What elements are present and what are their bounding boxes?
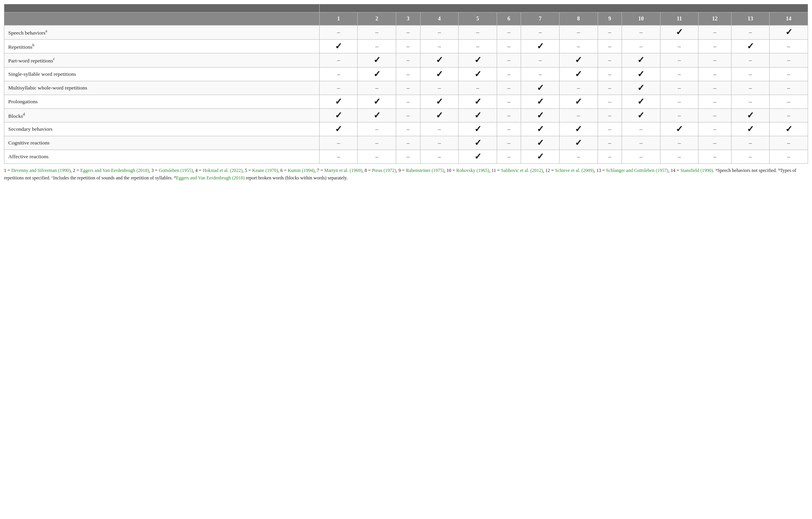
value-cell: – [358, 150, 396, 164]
value-cell: – [699, 39, 731, 53]
dash-mark: – [749, 153, 752, 160]
value-cell: ✓ [660, 122, 699, 136]
value-cell: – [521, 53, 560, 68]
dash-mark: – [713, 57, 716, 63]
dash-mark: – [787, 98, 790, 105]
dash-mark: – [375, 43, 379, 49]
dash-mark: – [608, 98, 611, 105]
dash-mark: – [476, 84, 479, 91]
dash-mark: – [713, 139, 716, 146]
dash-mark: – [539, 57, 542, 63]
value-cell: ✓ [459, 136, 497, 150]
dash-mark: – [678, 139, 681, 146]
dash-mark: – [337, 139, 340, 146]
value-cell: – [319, 53, 358, 68]
check-mark: ✓ [436, 97, 443, 106]
check-mark: ✓ [575, 97, 582, 106]
value-cell: – [770, 67, 808, 81]
dash-mark: – [608, 153, 611, 160]
dash-mark: – [678, 84, 681, 91]
dash-mark: – [608, 71, 611, 77]
value-cell: – [319, 136, 358, 150]
table-row: Part-word repetitionsc–✓–✓✓––✓–✓–––– [4, 53, 808, 68]
dash-mark: – [375, 29, 379, 35]
dash-mark: – [639, 139, 642, 146]
value-cell: ✓ [319, 108, 358, 122]
header-row-2: 1 2 3 4 5 6 7 8 9 10 11 12 13 14 [4, 13, 808, 26]
value-cell: – [358, 122, 396, 136]
green-reference: Devenny and Silverman (1990) [11, 168, 71, 173]
value-cell: – [598, 150, 622, 164]
dash-mark: – [438, 29, 441, 35]
dash-mark: – [749, 71, 752, 77]
dash-mark: – [678, 43, 681, 49]
indicator-cell: Multisyllabic whole-word repetitions [4, 81, 320, 95]
value-cell: – [598, 26, 622, 40]
check-mark: ✓ [474, 138, 481, 148]
check-mark: ✓ [335, 41, 342, 51]
indicator-cell: Repetitionsb [4, 39, 320, 53]
table-row: Blocksd✓✓–✓✓–✓––✓––✓– [4, 108, 808, 122]
green-reference: Schlanger and Gottsleben (1957) [606, 168, 668, 173]
dash-mark: – [337, 57, 340, 63]
value-cell: ✓ [521, 136, 560, 150]
dash-mark: – [507, 153, 510, 160]
value-cell: ✓ [660, 26, 699, 40]
check-mark: ✓ [335, 110, 342, 120]
green-reference: Eggers and Van Eerdenbrugh (2018) [176, 175, 245, 181]
dash-mark: – [678, 57, 681, 63]
indicator-cell: Blocksd [4, 108, 320, 122]
value-cell: – [699, 53, 731, 68]
col-header-3: 3 [396, 13, 420, 26]
dash-mark: – [577, 84, 580, 91]
check-mark: ✓ [637, 55, 644, 65]
value-cell: ✓ [770, 122, 808, 136]
col-header-5: 5 [459, 13, 497, 26]
table-row: Multisyllabic whole-word repetitions––––… [4, 81, 808, 95]
value-cell: – [420, 39, 459, 53]
dash-mark: – [608, 112, 611, 119]
check-mark: ✓ [575, 138, 582, 148]
dash-mark: – [713, 98, 716, 105]
value-cell: – [598, 122, 622, 136]
value-cell: ✓ [559, 122, 598, 136]
table-row: Repetitionsb✓–––––✓–––––✓– [4, 39, 808, 53]
value-cell: ✓ [459, 53, 497, 68]
check-mark: ✓ [537, 41, 544, 51]
col-header-13: 13 [731, 13, 770, 26]
value-cell: – [319, 81, 358, 95]
value-cell: – [358, 136, 396, 150]
value-cell: ✓ [559, 67, 598, 81]
check-mark: ✓ [537, 124, 544, 134]
value-cell: – [396, 26, 420, 40]
value-cell: – [660, 39, 699, 53]
dash-mark: – [406, 29, 410, 35]
col-header-1: 1 [319, 13, 358, 26]
green-reference: Eggers and Van Eerdenbrugh (2018) [176, 175, 245, 181]
dash-mark: – [713, 43, 716, 49]
dash-mark: – [438, 43, 441, 49]
value-cell: ✓ [420, 67, 459, 81]
value-cell: ✓ [459, 108, 497, 122]
value-cell: – [770, 108, 808, 122]
value-cell: – [497, 122, 521, 136]
dash-mark: – [639, 43, 642, 49]
value-cell: ✓ [319, 95, 358, 108]
dash-mark: – [713, 29, 716, 35]
value-cell: ✓ [319, 39, 358, 53]
value-cell: – [622, 26, 660, 40]
check-mark: ✓ [575, 124, 582, 134]
col-header-8: 8 [559, 13, 598, 26]
value-cell: – [770, 136, 808, 150]
indicators-header [4, 4, 320, 13]
dash-mark: – [749, 29, 752, 35]
value-cell: ✓ [420, 53, 459, 68]
indicators-table: 1 2 3 4 5 6 7 8 9 10 11 12 13 14 Speech … [4, 4, 808, 164]
value-cell: – [731, 150, 770, 164]
check-mark: ✓ [575, 69, 582, 79]
table-body: Speech behaviorsa––––––––––✓––✓Repetitio… [4, 26, 808, 164]
col-header-14: 14 [770, 13, 808, 26]
value-cell: – [660, 53, 699, 68]
check-mark: ✓ [537, 138, 544, 148]
value-cell: – [497, 136, 521, 150]
